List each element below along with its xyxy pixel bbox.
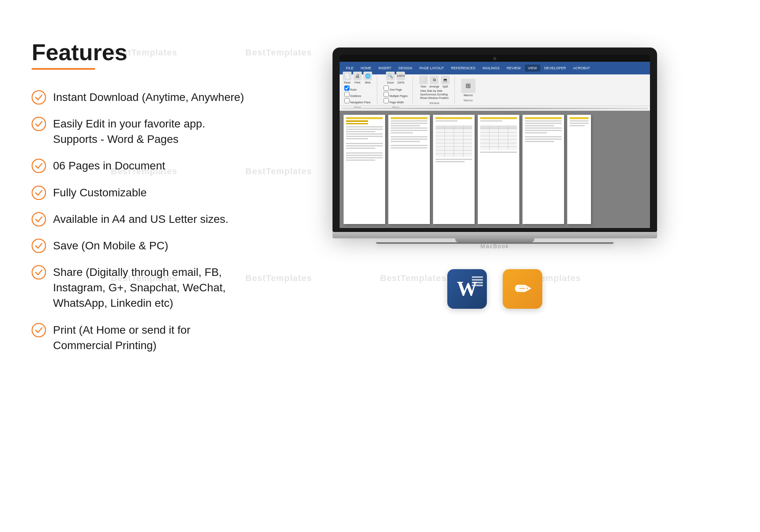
ribbon-tab-pagelayout[interactable]: PAGE LAYOUT — [416, 65, 447, 72]
ribbon-btn-100[interactable]: 100% 100% — [396, 72, 405, 84]
ribbon-tab-review[interactable]: REVIEW — [504, 65, 524, 72]
p4-cell-r5c3 — [499, 143, 508, 146]
check-icon-5 — [32, 212, 46, 226]
ribbon-btn-arrange[interactable]: ⧉ Arrange — [429, 76, 439, 88]
p4-cell-r3c2 — [490, 136, 499, 139]
ribbon-btn-split[interactable]: ⬒ Split — [441, 76, 450, 88]
page3-table — [435, 125, 472, 157]
p4-cell-r1c3 — [499, 129, 508, 132]
onepage-checkbox[interactable]: One Page — [384, 86, 408, 91]
laptop-mockup: FILE HOME INSERT DESIGN PAGE LAYOUT REFE… — [332, 48, 657, 249]
page1-line12 — [346, 157, 383, 158]
nav-checkbox[interactable]: Navigation Pane — [344, 98, 370, 104]
ribbon-tab-developer[interactable]: DEVELOPER — [541, 65, 569, 72]
p4-cell-r3c3 — [499, 136, 508, 139]
ribbon-window-buttons: ⬜ New ⧉ Arrange ⬒ Split — [419, 76, 450, 88]
p4-cell-r5c1 — [480, 143, 489, 146]
arrange-icon: ⧉ — [430, 76, 439, 84]
pagewidth-checkbox[interactable]: Page Width — [384, 98, 408, 104]
right-column: FILE HOME INSERT DESIGN PAGE LAYOUT REFE… — [261, 40, 728, 508]
feature-item-3: 06 Pages in Document — [32, 158, 245, 173]
cell-r7c4 — [464, 150, 473, 154]
cell-r4c2 — [445, 140, 454, 143]
feature-text-6: Save (On Mobile & PC) — [53, 238, 168, 253]
svg-point-6 — [32, 266, 46, 279]
page1-line2 — [346, 129, 383, 130]
feature-text-2: Easily Edit in your favorite app.Support… — [53, 116, 205, 147]
ribbon-btn-read[interactable]: 📄 Read — [343, 72, 352, 84]
page1-line7 — [346, 143, 383, 144]
page2-line4 — [391, 127, 428, 129]
p4-cell-r1c1 — [480, 129, 489, 132]
cell-r5c1 — [435, 143, 445, 146]
feature-item-4: Fully Customizable — [32, 185, 245, 200]
page2-header-bar — [391, 117, 428, 119]
ribbon-btn-zoom[interactable]: 🔍 Zoom — [386, 72, 395, 84]
cell-r3c4 — [464, 136, 473, 139]
check-icon-7 — [32, 265, 46, 279]
page1-line3 — [346, 131, 375, 132]
cell-h1 — [435, 125, 445, 129]
svg-point-0 — [32, 91, 46, 104]
feature-item-6: Save (On Mobile & PC) — [32, 238, 245, 253]
ribbon-views-buttons: 📄 Read 🖨 Print 🌐 Web — [343, 72, 372, 84]
feature-text-5: Available in A4 and US Letter sizes. — [53, 211, 228, 227]
ribbon-btn-macros[interactable]: ⊞ Macros — [461, 79, 475, 97]
ribbon-group-window: ⬜ New ⧉ Arrange ⬒ Split — [419, 76, 455, 104]
page2-line3 — [391, 125, 420, 126]
cell-r5c3 — [454, 143, 463, 146]
feature-list: Instant Download (Anytime, Anywhere) Eas… — [32, 89, 245, 353]
svg-point-1 — [32, 117, 46, 131]
ribbon-tab-acrobat[interactable]: ACROBAT — [570, 65, 593, 72]
page5-line2 — [525, 123, 562, 124]
ribbon-group-macros: ⊞ Macros Macros — [461, 76, 480, 104]
feature-item-7: Share (Digitally through email, FB,Insta… — [32, 264, 245, 311]
ribbon-tab-mailings[interactable]: MAILINGS — [479, 65, 503, 72]
cell-r7c3 — [454, 150, 463, 154]
ribbon-body: 📄 Read 🖨 Print 🌐 Web — [340, 74, 650, 106]
word-app-icon: W — [447, 269, 487, 309]
doc-page-1 — [344, 115, 385, 224]
cell-r6c4 — [464, 147, 473, 150]
ribbon-tab-design[interactable]: DESIGN — [395, 65, 416, 72]
p4-cell-r5c2 — [490, 143, 499, 146]
ribbon-btn-web[interactable]: 🌐 Web — [363, 72, 372, 84]
multipages-checkbox[interactable]: Multiple Pages — [384, 92, 408, 97]
page2-line2 — [391, 123, 428, 124]
gridlines-checkbox[interactable]: Gridlines — [344, 92, 370, 97]
cell-r1c2 — [445, 129, 454, 132]
ribbon-tab-references[interactable]: REFERENCES — [448, 65, 479, 72]
ruler-checkbox[interactable]: Ruler — [344, 86, 370, 91]
p4-cell-r5c4 — [508, 143, 517, 146]
page3-header-bar — [435, 117, 472, 119]
section-title: Features — [32, 40, 245, 65]
ribbon-tab-view[interactable]: VIEW — [525, 65, 540, 72]
pages-pen-icon: ✏ — [515, 278, 530, 300]
page1-line4 — [346, 133, 383, 135]
ribbon-btn-print[interactable]: 🖨 Print — [353, 72, 362, 84]
doc-page-3 — [433, 115, 475, 224]
cell-r7c2 — [445, 150, 454, 154]
ribbon-tab-insert[interactable]: INSERT — [375, 65, 395, 72]
check-icon-1 — [32, 90, 46, 104]
ribbon-tab-file[interactable]: FILE — [343, 65, 357, 72]
cell-r3c3 — [454, 136, 463, 139]
ribbon-checkboxes: Ruler Gridlines Navigation Pane — [344, 86, 370, 104]
split-icon: ⬒ — [441, 76, 450, 84]
cell-r4c3 — [454, 140, 463, 143]
p4-cell-r6c4 — [508, 147, 517, 150]
page5-line4 — [525, 127, 562, 129]
check-icon-4 — [32, 186, 46, 200]
cell-r2c1 — [435, 133, 445, 136]
print-layout-icon: 🖨 — [353, 72, 362, 80]
ribbon-btn-new-window[interactable]: ⬜ New — [419, 76, 428, 88]
p4-cell-r4c1 — [480, 140, 489, 143]
page2-line9 — [391, 141, 420, 142]
ribbon-tab-home[interactable]: HOME — [357, 65, 374, 72]
page2-line8 — [391, 139, 428, 140]
read-mode-icon: 📄 — [343, 72, 352, 80]
p4-cell-r2c3 — [499, 133, 508, 136]
page5-line1 — [525, 120, 562, 122]
sync-scrolling: Synchronous Scrolling — [420, 93, 448, 96]
page1-line11 — [346, 155, 383, 156]
